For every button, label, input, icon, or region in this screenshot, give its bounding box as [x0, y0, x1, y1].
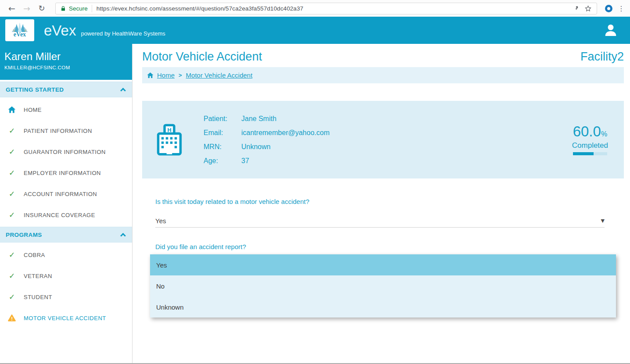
user-email: KMILLER@HCFSINC.COM — [4, 65, 128, 70]
user-name: Karen Miller — [4, 50, 128, 63]
check-icon: ✓ — [7, 148, 17, 156]
logo-text: eVex — [14, 31, 26, 38]
email-label: Email: — [204, 129, 241, 137]
sidebar-item-veteran[interactable]: ✓ VETERAN — [0, 265, 132, 286]
sidebar-item-label: COBRA — [24, 252, 45, 258]
sidebar-item-label: EMPLOYER INFORMATION — [24, 170, 101, 176]
patient-info: Patient: Jane Smith Email: icantremember… — [204, 115, 329, 165]
patient-label: Patient: — [204, 115, 241, 123]
age-value: 37 — [241, 157, 329, 165]
svg-text:H: H — [167, 126, 171, 133]
sidebar-item-motor-vehicle-accident[interactable]: MOTOR VEHICLE ACCIDENT — [0, 307, 132, 328]
user-profile-icon[interactable] — [603, 22, 619, 38]
hospital-icon: H — [156, 124, 183, 156]
completed-label: Completed — [572, 141, 608, 150]
programs-list: ✓ COBRA ✓ VETERAN ✓ STUDENT MOTOR VEHICL… — [0, 243, 132, 328]
sidebar: Karen Miller KMILLER@HCFSINC.COM GETTING… — [0, 44, 132, 363]
section-getting-started[interactable]: GETTING STARTED — [0, 82, 132, 97]
patient-value: Jane Smith — [241, 115, 329, 123]
sidebar-item-student[interactable]: ✓ STUDENT — [0, 286, 132, 307]
sidebar-item-account-information[interactable]: ✓ ACCOUNT INFORMATION — [0, 183, 132, 204]
sidebar-item-label: ACCOUNT INFORMATION — [24, 191, 97, 197]
age-label: Age: — [204, 157, 241, 165]
brand-name: eVex — [44, 23, 76, 38]
percent-sign: % — [601, 130, 607, 138]
dropdown-option-unknown[interactable]: Unknown — [150, 296, 616, 318]
dropdown-option-no[interactable]: No — [150, 275, 616, 296]
sidebar-item-cobra[interactable]: ✓ COBRA — [0, 244, 132, 265]
secure-label: Secure — [69, 5, 88, 12]
sidebar-item-label: STUDENT — [24, 294, 52, 300]
browser-toolbar: ← → ↻ Secure https://evex.hcfsinc.com/as… — [0, 0, 630, 17]
powered-by-label: powered by HealthWare Systems — [81, 30, 165, 38]
sidebar-item-label: GUARANTOR INFORMATION — [24, 149, 106, 155]
check-icon: ✓ — [7, 293, 17, 301]
question-1-selected-value: Yes — [155, 217, 166, 225]
sidebar-item-patient-information[interactable]: ✓ PATIENT INFORMATION — [0, 120, 132, 141]
check-icon: ✓ — [7, 169, 17, 177]
check-icon: ✓ — [7, 211, 17, 219]
patient-summary-card: H Patient: Jane Smith Email: icantrememb… — [142, 101, 624, 178]
sidebar-item-home[interactable]: HOME — [0, 99, 132, 120]
chevron-up-icon — [120, 233, 126, 239]
check-icon: ✓ — [7, 190, 17, 198]
section-label: PROGRAMS — [6, 232, 42, 238]
secure-lock-icon[interactable] — [61, 5, 66, 12]
breadcrumb: Home > Motor Vehicle Accident — [142, 67, 624, 83]
check-icon: ✓ — [7, 127, 17, 135]
back-icon[interactable]: ← — [4, 4, 19, 13]
chevron-up-icon — [120, 88, 126, 93]
url-input[interactable]: https://evex.hcfsinc.com/assessment/#/qu… — [97, 5, 568, 12]
user-block: Karen Miller KMILLER@HCFSINC.COM — [0, 44, 132, 80]
refresh-icon[interactable]: ↻ — [34, 4, 49, 12]
browser-menu-icon[interactable]: ⋮ — [617, 4, 626, 13]
section-programs[interactable]: PROGRAMS — [0, 227, 132, 243]
breadcrumb-home-link[interactable]: Home — [157, 71, 175, 79]
evex-logo: eVex — [5, 19, 34, 41]
logo-burst-icon — [11, 22, 29, 32]
bookmark-star-icon[interactable] — [584, 5, 592, 12]
email-value: icantremember@yahoo.com — [241, 129, 329, 137]
forward-icon[interactable]: → — [19, 4, 34, 13]
password-key-icon[interactable] — [572, 5, 578, 12]
warning-icon — [7, 314, 17, 322]
sidebar-item-label: PATIENT INFORMATION — [24, 128, 92, 134]
extension-icon[interactable] — [605, 5, 612, 12]
progress-percent: 60.0 — [573, 123, 601, 139]
sidebar-item-insurance-coverage[interactable]: ✓ INSURANCE COVERAGE — [0, 204, 132, 225]
progress-bar — [573, 152, 607, 155]
app-header: eVex eVex powered by HealthWare Systems — [0, 17, 630, 44]
question-2: Did you file an accident report? — [155, 243, 611, 250]
sidebar-item-label: INSURANCE COVERAGE — [24, 212, 95, 218]
url-bar[interactable]: Secure https://evex.hcfsinc.com/assessme… — [55, 3, 597, 14]
sidebar-item-guarantor-information[interactable]: ✓ GUARANTOR INFORMATION — [0, 141, 132, 162]
url-divider — [92, 5, 92, 12]
completion-progress: 60.0% Completed — [572, 124, 612, 155]
question-2-dropdown: Yes No Unknown — [150, 254, 616, 318]
question-1: Is this visit today related to a motor v… — [155, 198, 611, 205]
getting-started-list: HOME ✓ PATIENT INFORMATION ✓ GUARANTOR I… — [0, 97, 132, 225]
mrn-label: MRN: — [204, 143, 241, 151]
dropdown-caret-icon: ▼ — [601, 218, 605, 224]
check-icon: ✓ — [7, 272, 17, 280]
breadcrumb-separator: > — [179, 72, 182, 79]
sidebar-item-employer-information[interactable]: ✓ EMPLOYER INFORMATION — [0, 162, 132, 183]
facility-label: Facility2 — [580, 49, 624, 64]
question-1-select[interactable]: Yes ▼ — [155, 214, 605, 228]
breadcrumb-home-icon[interactable] — [147, 71, 154, 79]
breadcrumb-current-link[interactable]: Motor Vehicle Accident — [186, 71, 253, 79]
section-label: GETTING STARTED — [6, 86, 64, 93]
sidebar-item-label: HOME — [24, 107, 42, 113]
sidebar-item-label: VETERAN — [24, 273, 52, 279]
check-icon: ✓ — [7, 251, 17, 259]
sidebar-item-label: MOTOR VEHICLE ACCIDENT — [24, 315, 106, 321]
main-content: Motor Vehicle Accident Facility2 Home > … — [133, 44, 630, 363]
dropdown-option-yes[interactable]: Yes — [150, 254, 616, 275]
page-title: Motor Vehicle Accident — [142, 49, 262, 64]
progress-bar-fill — [573, 152, 594, 155]
home-icon — [7, 105, 17, 114]
mrn-value: Unknown — [241, 143, 329, 151]
